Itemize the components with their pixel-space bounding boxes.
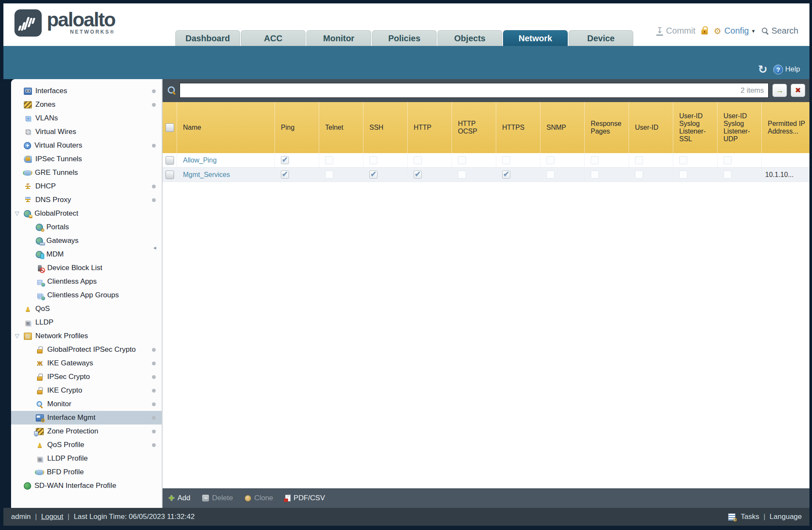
column-header-https[interactable]: HTTPS <box>496 102 540 153</box>
checkbox-http-ocsp[interactable] <box>458 156 466 164</box>
sidebar-item-zone-protection[interactable]: Zone Protection <box>11 425 162 438</box>
help-button[interactable]: ? Help <box>773 65 800 74</box>
tab-objects[interactable]: Objects <box>437 30 502 46</box>
tab-dashboard[interactable]: Dashboard <box>175 30 240 46</box>
sidebar-item-dns-proxy[interactable]: DNS Proxy <box>11 193 162 207</box>
sidebar-item-lldp-profile[interactable]: LLDP Profile <box>11 452 162 465</box>
tab-monitor[interactable]: Monitor <box>306 30 371 46</box>
sidebar-item-virtual-wires[interactable]: Virtual Wires <box>11 125 162 139</box>
expander-icon[interactable]: ▽ <box>15 333 19 339</box>
column-header-ssh[interactable]: SSH <box>363 102 408 153</box>
column-header-snmp[interactable]: SNMP <box>540 102 585 153</box>
refresh-icon[interactable]: ↻ <box>758 64 767 75</box>
checkbox-response-pages[interactable] <box>591 171 599 179</box>
apply-filter-button[interactable]: → <box>772 84 787 97</box>
checkbox-ping[interactable] <box>281 156 289 164</box>
sidebar-item-clientless-app-groups[interactable]: Clientless App Groups <box>11 288 162 302</box>
column-header-user-id-syslog-listener-udp[interactable]: User-ID Syslog Listener-UDP <box>718 102 762 153</box>
sidebar-item-qos-profile[interactable]: QoS Profile <box>11 438 162 452</box>
sidebar-item-bfd-profile[interactable]: BFD Profile <box>11 465 162 479</box>
checkbox-response-pages[interactable] <box>591 156 599 164</box>
tasks-button[interactable]: Tasks <box>741 513 759 521</box>
select-all-checkbox[interactable] <box>166 123 174 132</box>
row-select-checkbox[interactable] <box>166 156 174 165</box>
sidebar-item-ipsec-tunnels[interactable]: IPSec Tunnels <box>11 152 162 166</box>
logout-link[interactable]: Logout <box>41 513 63 521</box>
checkbox-ssh[interactable] <box>369 156 377 164</box>
sidebar-item-portals[interactable]: Portals <box>11 220 162 234</box>
checkbox-user-id-syslog-listener-udp[interactable] <box>723 171 732 179</box>
interfaces-icon <box>24 88 32 95</box>
sidebar-item-ike-gateways[interactable]: IKE Gateways <box>11 356 162 370</box>
sidebar-item-network-profiles[interactable]: ▽Network Profiles <box>11 329 162 343</box>
tab-policies[interactable]: Policies <box>372 30 437 46</box>
checkbox-user-id-syslog-listener-ssl[interactable] <box>679 156 687 164</box>
sidebar-item-gre-tunnels[interactable]: GRE Tunnels <box>11 166 162 180</box>
column-header-response-pages[interactable]: Response Pages <box>585 102 629 153</box>
checkbox-user-id[interactable] <box>635 156 643 164</box>
row-select-checkbox[interactable] <box>166 171 174 179</box>
sidebar-item-globalprotect[interactable]: ▽GlobalProtect <box>11 207 162 220</box>
item-dot <box>152 443 156 447</box>
checkbox-https[interactable] <box>502 156 510 164</box>
search-button[interactable]: Search <box>762 26 798 36</box>
sidebar-item-interfaces[interactable]: Interfaces <box>11 84 162 98</box>
delete-button[interactable]: − Delete <box>202 494 233 502</box>
row-name-link[interactable]: Mgmt_Services <box>183 171 230 179</box>
sidebar-item-interface-mgmt[interactable]: Interface Mgmt <box>11 411 162 425</box>
column-header-http-ocsp[interactable]: HTTP OCSP <box>452 102 496 153</box>
language-button[interactable]: Language <box>769 513 802 521</box>
column-header-user-id[interactable]: User-ID <box>629 102 673 153</box>
sidebar-item-sd-wan-interface-profile[interactable]: SD-WAN Interface Profile <box>11 479 162 493</box>
commit-button[interactable]: ↧ Commit <box>656 26 695 36</box>
sidebar-item-ipsec-crypto[interactable]: IPSec Crypto <box>11 370 162 384</box>
expander-icon[interactable]: ▽ <box>15 211 19 216</box>
checkbox-http[interactable] <box>414 156 422 164</box>
checkbox-user-id-syslog-listener-ssl[interactable] <box>679 171 687 179</box>
checkbox-ssh[interactable] <box>369 171 377 179</box>
tab-network[interactable]: Network <box>503 30 568 46</box>
sidebar-item-ike-crypto[interactable]: IKE Crypto <box>11 384 162 397</box>
column-header-user-id-syslog-listener-ssl[interactable]: User-ID Syslog Listener-SSL <box>673 102 718 153</box>
sidebar-item-label: IKE Crypto <box>47 386 82 395</box>
sidebar-item-mdm[interactable]: MDM <box>11 248 162 261</box>
column-header-ping[interactable]: Ping <box>275 102 319 153</box>
config-button[interactable]: ⚙ Config ▼ <box>714 26 756 36</box>
search-input[interactable] <box>180 83 768 97</box>
sidebar-item-qos[interactable]: QoS <box>11 302 162 316</box>
add-button[interactable]: + Add <box>169 493 190 503</box>
checkbox-user-id-syslog-listener-udp[interactable] <box>723 156 732 164</box>
column-header-telnet[interactable]: Telnet <box>319 102 363 153</box>
sidebar-item-globalprotect-ipsec-crypto[interactable]: GlobalProtect IPSec Crypto <box>11 343 162 356</box>
clear-filter-button[interactable]: ✖ <box>791 84 805 97</box>
sidebar-item-zones[interactable]: Zones <box>11 98 162 111</box>
column-header-name[interactable]: Name <box>177 102 275 153</box>
column-header-http[interactable]: HTTP <box>408 102 452 153</box>
sidebar-item-device-block-list[interactable]: Device Block List <box>11 261 162 275</box>
checkbox-https[interactable] <box>502 171 510 179</box>
sidebar-item-virtual-routers[interactable]: Virtual Routers <box>11 139 162 152</box>
sidebar-item-dhcp[interactable]: DHCP <box>11 180 162 193</box>
lock-icon[interactable] <box>701 29 708 34</box>
pdf-csv-button[interactable]: PDF/CSV <box>285 494 325 502</box>
sidebar-item-gateways[interactable]: Gateways <box>11 234 162 248</box>
sidebar-collapse-handle[interactable]: ◂ <box>153 244 156 251</box>
checkbox-snmp[interactable] <box>546 171 555 179</box>
checkbox-telnet[interactable] <box>325 156 333 164</box>
checkbox-telnet[interactable] <box>325 171 333 179</box>
tab-acc[interactable]: ACC <box>241 30 306 46</box>
checkbox-http-ocsp[interactable] <box>458 171 466 179</box>
sidebar-item-label: Portals <box>46 223 69 231</box>
sidebar-item-vlans[interactable]: VLANs <box>11 111 162 125</box>
checkbox-user-id[interactable] <box>635 171 643 179</box>
tab-device[interactable]: Device <box>569 30 633 46</box>
clone-button[interactable]: Clone <box>245 494 273 502</box>
sidebar-item-monitor[interactable]: Monitor <box>11 397 162 411</box>
checkbox-ping[interactable] <box>281 171 289 179</box>
checkbox-http[interactable] <box>414 171 422 179</box>
sidebar-item-lldp[interactable]: LLDP <box>11 316 162 329</box>
sidebar-item-clientless-apps[interactable]: Clientless Apps <box>11 275 162 288</box>
checkbox-snmp[interactable] <box>546 156 555 164</box>
column-header-permitted-ip-address[interactable]: Permitted IP Address... <box>762 102 809 153</box>
row-name-link[interactable]: Allow_Ping <box>183 157 217 164</box>
